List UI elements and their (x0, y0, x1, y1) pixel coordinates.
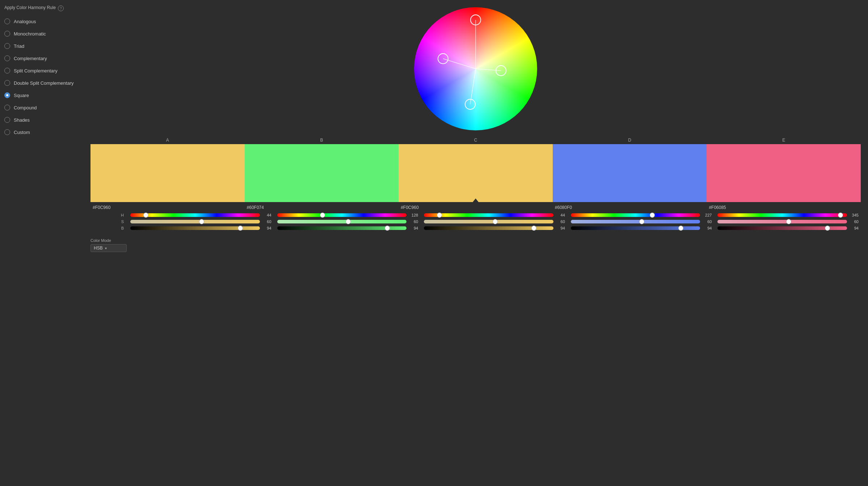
slider-thumb-h-3[interactable] (650, 213, 655, 218)
swatch-active-indicator (473, 198, 479, 202)
slider-track-s-4[interactable] (717, 220, 847, 223)
slider-col-h-4: 345 (714, 213, 861, 217)
slider-track-b-1[interactable] (277, 226, 407, 230)
slider-track-s-1[interactable] (277, 220, 407, 223)
radio-item-monochromatic[interactable]: Monochromatic (4, 31, 79, 37)
slider-label-b: B (90, 226, 127, 230)
color-mode-select[interactable]: HSB ▾ (90, 244, 127, 252)
slider-track-s-3[interactable] (571, 220, 700, 223)
color-values-section: #F0C960#60F074#F0C960#6080F0#F06085 (90, 205, 861, 213)
hex-value-3: #6080F0 (555, 205, 705, 210)
swatch-label-d: D (553, 138, 707, 143)
slider-value-b-2: 94 (555, 226, 565, 230)
color-wheel-container (414, 7, 537, 130)
slider-thumb-b-4[interactable] (825, 226, 830, 231)
radio-item-split-complementary[interactable]: Split Complementary (4, 68, 79, 74)
slider-col-s-1: 60 (274, 219, 421, 224)
slider-col-h-3: 227 (567, 213, 714, 217)
swatch-b[interactable] (245, 144, 399, 202)
radio-circle-6 (4, 92, 10, 98)
slider-track-h-1[interactable] (277, 213, 407, 217)
help-icon[interactable]: ? (58, 5, 64, 11)
slider-thumb-h-1[interactable] (320, 213, 325, 218)
swatch-labels: A B C D E (90, 138, 861, 143)
slider-value-h-0: 44 (261, 213, 271, 217)
slider-thumb-b-2[interactable] (531, 226, 536, 231)
swatch-e[interactable] (707, 144, 861, 202)
slider-label-s: S (90, 219, 127, 224)
slider-value-s-1: 60 (408, 219, 418, 224)
sliders-section: H4412844227345S6060606060B9494949494 (90, 213, 861, 232)
swatch-label-a: A (90, 138, 245, 143)
slider-track-b-4[interactable] (717, 226, 847, 230)
slider-row-s: S6060606060 (90, 219, 861, 224)
radio-label-8: Shades (14, 117, 30, 123)
slider-thumb-b-0[interactable] (238, 226, 243, 231)
slider-track-b-2[interactable] (424, 226, 553, 230)
slider-track-h-2[interactable] (424, 213, 553, 217)
hex-col-4: #F06085 (707, 205, 861, 213)
swatch-a[interactable] (90, 144, 245, 202)
swatch-c[interactable] (399, 144, 553, 202)
radio-list: AnalogousMonochromaticTriadComplementary… (4, 18, 79, 135)
color-swatches (90, 144, 861, 202)
radio-label-4: Split Complementary (14, 68, 58, 74)
sidebar-title: Apply Color Harmony Rule ? (4, 5, 79, 11)
radio-item-triad[interactable]: Triad (4, 43, 79, 49)
slider-track-h-3[interactable] (571, 213, 700, 217)
hex-value-2: #F0C960 (401, 205, 551, 210)
radio-item-compound[interactable]: Compound (4, 105, 79, 110)
radio-item-complementary[interactable]: Complementary (4, 55, 79, 61)
swatch-d[interactable] (553, 144, 707, 202)
radio-label-1: Monochromatic (14, 31, 46, 37)
radio-circle-0 (4, 18, 10, 24)
slider-row-h: H4412844227345 (90, 213, 861, 217)
radio-circle-4 (4, 68, 10, 74)
slider-thumb-h-0[interactable] (143, 213, 148, 218)
slider-label-h: H (90, 213, 127, 217)
hex-col-1: #60F074 (245, 205, 399, 213)
slider-track-h-0[interactable] (130, 213, 260, 217)
radio-circle-1 (4, 31, 10, 37)
slider-thumb-h-4[interactable] (838, 213, 843, 218)
wheel-area (90, 4, 861, 138)
slider-thumb-s-0[interactable] (199, 219, 204, 224)
radio-label-2: Triad (14, 43, 24, 49)
swatch-label-c: C (399, 138, 553, 143)
radio-circle-5 (4, 80, 10, 86)
radio-label-6: Square (14, 93, 29, 98)
sidebar-title-text: Apply Color Harmony Rule (4, 5, 56, 11)
slider-track-b-0[interactable] (130, 226, 260, 230)
radio-circle-7 (4, 105, 10, 110)
slider-value-h-4: 345 (848, 213, 859, 217)
slider-thumb-s-3[interactable] (639, 219, 644, 224)
color-mode-value: HSB (94, 246, 103, 251)
hex-value-1: #60F074 (247, 205, 397, 210)
radio-label-5: Double Split Complementary (14, 80, 73, 86)
radio-circle-3 (4, 55, 10, 61)
swatch-label-b: B (245, 138, 399, 143)
radio-item-double-split-complementary[interactable]: Double Split Complementary (4, 80, 79, 86)
slider-value-s-2: 60 (555, 219, 565, 224)
radio-item-square[interactable]: Square (4, 92, 79, 98)
main-content: A B C D E #F0C960#60F074#F0C960#6080F0#F… (83, 0, 868, 486)
slider-value-s-4: 60 (848, 219, 859, 224)
slider-value-b-0: 94 (261, 226, 271, 230)
slider-thumb-s-2[interactable] (493, 219, 498, 224)
radio-item-analogous[interactable]: Analogous (4, 18, 79, 24)
slider-track-s-2[interactable] (424, 220, 553, 223)
radio-item-shades[interactable]: Shades (4, 117, 79, 123)
slider-col-s-3: 60 (567, 219, 714, 224)
slider-thumb-s-4[interactable] (786, 219, 791, 224)
slider-thumb-s-1[interactable] (346, 219, 351, 224)
slider-value-s-3: 60 (701, 219, 712, 224)
radio-circle-9 (4, 129, 10, 135)
slider-track-s-0[interactable] (130, 220, 260, 223)
slider-value-b-3: 94 (701, 226, 712, 230)
slider-thumb-b-1[interactable] (385, 226, 390, 231)
slider-track-b-3[interactable] (571, 226, 700, 230)
slider-thumb-b-3[interactable] (678, 226, 683, 231)
slider-track-h-4[interactable] (717, 213, 847, 217)
radio-item-custom[interactable]: Custom (4, 129, 79, 135)
slider-thumb-h-2[interactable] (437, 213, 442, 218)
